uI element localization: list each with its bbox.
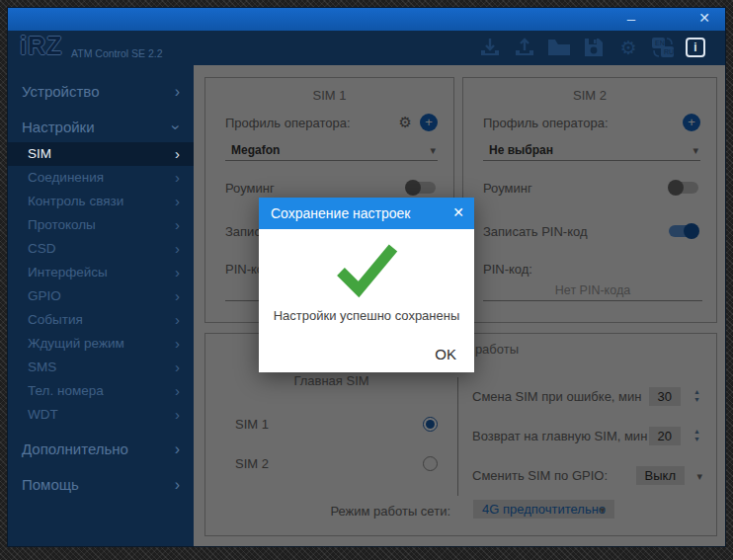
dialog-close-icon[interactable]: ✕	[452, 204, 464, 220]
irz-logo: iRZ	[20, 32, 62, 60]
chevron-right-icon	[175, 213, 180, 237]
desktop-background: – ✕ iRZ ATM Control SE 2.2 ⚙	[0, 0, 733, 560]
chevron-right-icon	[175, 190, 180, 213]
sidebar-item-wdt[interactable]: WDT	[8, 403, 194, 427]
sidebar-item-label: Устройство	[22, 83, 99, 100]
sidebar-item-sms[interactable]: SMS	[8, 356, 194, 379]
sidebar-item-label: Ждущий режим	[28, 336, 124, 351]
save-icon[interactable]	[582, 37, 606, 58]
sidebar-item-label: Дополнительно	[22, 440, 128, 457]
upload-icon[interactable]	[513, 37, 536, 58]
sidebar-item-gpio[interactable]: GPIO	[8, 284, 194, 308]
chevron-right-icon	[175, 435, 180, 464]
sidebar-item-label: Соединения	[28, 170, 104, 185]
app-header: iRZ ATM Control SE 2.2 ⚙ ENRU	[8, 31, 725, 65]
sidebar-item-label: Тел. номера	[28, 383, 104, 398]
language-switch-icon[interactable]: ENRU	[651, 37, 675, 58]
sidebar-item-link-control[interactable]: Контроль связи	[8, 190, 194, 213]
app-title: ATM Control SE 2.2	[71, 47, 163, 59]
success-check-icon	[332, 241, 401, 302]
download-icon[interactable]	[478, 37, 502, 58]
save-settings-dialog: Сохранение настроек ✕ Настройки успешно …	[259, 198, 474, 372]
sidebar-item-label: Протоколы	[28, 217, 96, 232]
dialog-header: Сохранение настроек ✕	[259, 198, 474, 229]
chevron-right-icon	[175, 470, 180, 500]
open-folder-icon[interactable]	[547, 37, 571, 58]
chevron-right-icon	[175, 356, 180, 379]
chevron-right-icon	[175, 237, 180, 261]
chevron-right-icon	[175, 308, 180, 332]
title-bar: – ✕	[8, 8, 725, 31]
sidebar-item-device[interactable]: Устройство	[8, 77, 194, 107]
chevron-down-icon	[160, 124, 190, 129]
sidebar-item-label: Контроль связи	[28, 194, 123, 208]
sidebar-item-label: События	[28, 312, 83, 327]
sidebar-item-sim[interactable]: SIM	[8, 142, 194, 166]
chevron-right-icon	[175, 403, 180, 427]
sidebar-item-additional[interactable]: Дополнительно	[8, 435, 194, 464]
sidebar-item-interfaces[interactable]: Интерфейсы	[8, 261, 194, 284]
sidebar-item-label: Интерфейсы	[28, 265, 108, 280]
info-icon[interactable]: i	[686, 38, 705, 57]
dialog-ok-button[interactable]: OK	[435, 346, 456, 362]
sidebar-item-label: Настройки	[22, 119, 95, 135]
sidebar-item-label: SMS	[28, 360, 56, 374]
sidebar-item-help[interactable]: Помощь	[8, 470, 194, 500]
settings-gear-icon[interactable]: ⚙	[616, 37, 640, 58]
dialog-message: Настройки успешно сохранены	[259, 308, 474, 323]
sidebar-item-standby[interactable]: Ждущий режим	[8, 332, 194, 356]
svg-text:RU: RU	[664, 48, 674, 55]
sidebar-item-phone-numbers[interactable]: Тел. номера	[8, 379, 194, 403]
svg-text:EN: EN	[655, 40, 665, 46]
chevron-right-icon	[175, 77, 180, 107]
sidebar-item-protocols[interactable]: Протоколы	[8, 213, 194, 237]
sidebar-item-label: CSD	[28, 241, 56, 256]
sidebar-item-events[interactable]: События	[8, 308, 194, 332]
sidebar-item-connections[interactable]: Соединения	[8, 166, 194, 190]
sidebar-item-label: GPIO	[28, 288, 61, 303]
sidebar-nav: Устройство Настройки SIM Соединения Конт…	[8, 65, 194, 546]
chevron-right-icon	[175, 284, 180, 308]
chevron-right-icon	[175, 379, 180, 403]
sidebar-item-csd[interactable]: CSD	[8, 237, 194, 261]
chevron-right-icon	[175, 166, 180, 190]
chevron-right-icon	[175, 261, 180, 284]
minimize-button[interactable]: –	[618, 8, 644, 31]
chevron-right-icon	[175, 332, 180, 356]
sidebar-item-settings[interactable]: Настройки	[8, 113, 194, 142]
toolbar: ⚙ ENRU i	[478, 37, 705, 58]
sidebar-item-label: Помощь	[22, 476, 79, 493]
sidebar-item-label: SIM	[28, 146, 51, 161]
chevron-right-icon	[175, 142, 180, 166]
app-window: – ✕ iRZ ATM Control SE 2.2 ⚙	[8, 8, 725, 546]
dialog-title: Сохранение настроек	[271, 205, 410, 221]
close-button[interactable]: ✕	[692, 8, 717, 31]
sidebar-item-label: WDT	[28, 407, 58, 422]
